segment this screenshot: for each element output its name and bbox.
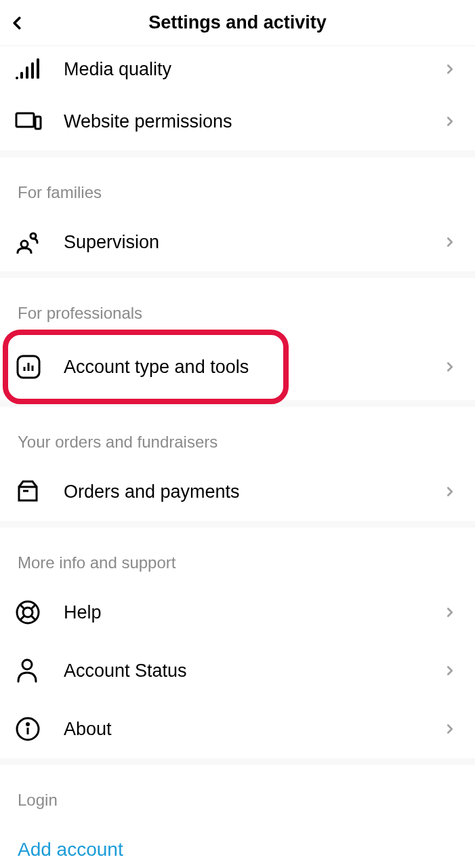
row-label: Media quality — [47, 59, 442, 80]
svg-rect-2 — [26, 66, 28, 79]
signal-bars-icon — [15, 58, 47, 80]
svg-point-0 — [16, 77, 18, 79]
row-orders-payments[interactable]: Orders and payments — [0, 462, 475, 521]
page-title: Settings and activity — [9, 12, 466, 33]
link-label: Add account — [18, 839, 123, 861]
svg-line-19 — [31, 616, 36, 620]
svg-rect-6 — [35, 117, 41, 129]
chevron-right-icon — [442, 661, 457, 680]
lifebuoy-icon — [15, 599, 47, 625]
info-icon — [15, 716, 47, 742]
section-header-orders: Your orders and fundraisers — [0, 407, 475, 462]
chevron-right-icon — [442, 603, 457, 622]
divider — [0, 151, 475, 157]
svg-point-15 — [23, 608, 33, 617]
link-add-account[interactable]: Add account — [0, 821, 475, 868]
row-label: Orders and payments — [47, 481, 442, 502]
row-label: Website permissions — [47, 111, 442, 132]
person-icon — [15, 658, 47, 684]
row-media-quality[interactable]: Media quality — [0, 46, 475, 92]
devices-icon — [15, 111, 47, 132]
section-header-login: Login — [0, 765, 475, 821]
divider — [0, 521, 475, 528]
chevron-right-icon — [442, 60, 457, 79]
chevron-left-icon — [7, 11, 27, 35]
chevron-right-icon — [442, 112, 457, 131]
row-help[interactable]: Help — [0, 583, 475, 642]
divider — [0, 271, 475, 278]
divider — [0, 400, 475, 407]
svg-point-7 — [21, 241, 28, 248]
people-icon — [15, 231, 47, 254]
section-header-support: More info and support — [0, 528, 475, 583]
svg-rect-5 — [16, 113, 34, 127]
row-about[interactable]: About — [0, 700, 475, 758]
chevron-right-icon — [442, 233, 457, 252]
section-header-professionals: For professionals — [0, 278, 475, 334]
row-supervision[interactable]: Supervision — [0, 213, 475, 271]
chevron-right-icon — [442, 482, 457, 501]
row-account-type-tools[interactable]: Account type and tools — [0, 334, 475, 400]
row-label: About — [47, 719, 442, 740]
svg-point-22 — [27, 724, 29, 726]
chevron-right-icon — [442, 357, 457, 376]
chart-icon — [15, 353, 47, 380]
svg-point-20 — [22, 660, 32, 669]
svg-line-18 — [20, 616, 24, 620]
row-account-status[interactable]: Account Status — [0, 642, 475, 700]
svg-rect-3 — [31, 62, 34, 79]
svg-line-16 — [20, 604, 24, 609]
svg-line-17 — [31, 604, 36, 609]
chevron-right-icon — [442, 719, 457, 738]
row-label: Account type and tools — [47, 357, 442, 378]
divider — [0, 758, 475, 765]
row-label: Supervision — [47, 232, 442, 253]
row-website-permissions[interactable]: Website permissions — [0, 92, 475, 151]
svg-rect-1 — [20, 72, 23, 79]
header-bar: Settings and activity — [0, 0, 475, 46]
section-header-families: For families — [0, 157, 475, 213]
svg-rect-4 — [37, 58, 39, 79]
back-button[interactable] — [7, 11, 27, 35]
row-label: Account Status — [47, 660, 442, 682]
row-label: Help — [47, 602, 442, 623]
package-icon — [15, 479, 47, 505]
